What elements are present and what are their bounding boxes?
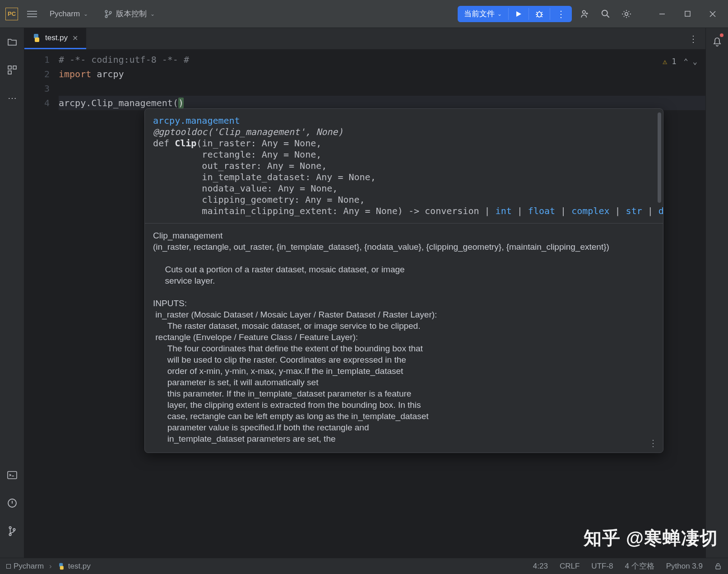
vcs-selector[interactable]: 版本控制 ⌄: [101, 7, 158, 21]
warning-count: 1: [672, 54, 676, 69]
chevron-down-icon: ⌄: [497, 11, 502, 17]
breadcrumb-file[interactable]: test.py: [57, 562, 91, 571]
line-separator[interactable]: CRLF: [560, 562, 580, 571]
svg-point-6: [625, 12, 628, 15]
breadcrumb-separator: ›: [49, 562, 52, 571]
breadcrumb-root[interactable]: Pycharm: [6, 562, 44, 571]
code-keyword: import: [59, 69, 91, 79]
editor-tab[interactable]: test.py ✕: [24, 28, 86, 49]
project-name-label: Pycharm: [50, 9, 80, 19]
popup-more-icon[interactable]: ⋮: [649, 438, 658, 449]
close-window-button[interactable]: [703, 6, 723, 22]
svg-rect-9: [13, 66, 16, 69]
tab-more-icon[interactable]: ⋮: [686, 31, 701, 47]
svg-point-4: [583, 10, 586, 14]
statusbar: Pycharm › test.py 4:23 CRLF UTF-8 4 个空格 …: [0, 558, 728, 574]
chevron-down-icon: ⌄: [83, 11, 88, 17]
svg-point-1: [105, 15, 107, 18]
line-number: 2: [24, 67, 50, 81]
tab-filename: test.py: [45, 33, 68, 42]
close-tab-icon[interactable]: ✕: [72, 34, 78, 42]
svg-rect-16: [716, 566, 720, 569]
terminal-tool-icon[interactable]: [5, 467, 20, 483]
settings-icon[interactable]: [619, 6, 634, 22]
svg-point-13: [9, 527, 11, 528]
maximize-button[interactable]: [677, 6, 697, 22]
vcs-label: 版本控制: [116, 9, 147, 19]
svg-rect-11: [8, 471, 17, 479]
chevron-down-icon: ⌄: [150, 11, 155, 17]
editor-tab-bar: test.py ✕ ⋮: [24, 28, 705, 50]
chevron-down-icon[interactable]: ⌄: [693, 54, 697, 69]
svg-rect-7: [685, 11, 690, 16]
git-tool-icon[interactable]: [5, 523, 20, 539]
module-icon: [6, 564, 11, 569]
code-ident: arcpy: [91, 69, 124, 79]
crumb-label: test.py: [68, 562, 91, 571]
run-config-selector[interactable]: 当前文件 ⌄: [458, 6, 508, 22]
run-config-label: 当前文件: [464, 9, 495, 19]
python-file-icon: [58, 563, 65, 569]
notification-dot-icon: [720, 33, 723, 37]
right-tool-rail: [705, 28, 728, 558]
branch-icon: [104, 10, 112, 18]
svg-point-2: [109, 11, 111, 14]
indent-setting[interactable]: 4 个空格: [625, 561, 654, 571]
hint-documentation: Clip_management (in_raster, rectangle, o…: [145, 223, 663, 453]
hint-signature: arcpy.management @gptooldoc('Clip_manage…: [145, 109, 663, 223]
svg-point-0: [105, 10, 107, 13]
chevron-up-icon[interactable]: ⌃: [684, 54, 688, 69]
svg-rect-8: [8, 66, 11, 69]
file-encoding[interactable]: UTF-8: [591, 562, 613, 571]
svg-point-14: [9, 534, 11, 536]
code-comment: # -*- coding:utf-8 -*- #: [59, 54, 189, 65]
popup-scrollbar[interactable]: [658, 112, 661, 203]
problems-tool-icon[interactable]: [5, 495, 20, 511]
crumb-label: Pycharm: [14, 562, 44, 571]
main-menu-icon[interactable]: [27, 11, 37, 17]
svg-point-3: [538, 12, 542, 17]
run-button[interactable]: [509, 6, 529, 22]
titlebar: PC Pycharm ⌄ 版本控制 ⌄ 当前文件 ⌄ ⋮: [0, 0, 728, 28]
debug-button[interactable]: [529, 6, 550, 22]
more-run-button[interactable]: ⋮: [550, 6, 572, 22]
line-number: 4: [24, 96, 50, 110]
interpreter[interactable]: Python 3.9: [666, 562, 703, 571]
inspection-widget[interactable]: ⚠ 1 ⌃ ⌄: [663, 54, 697, 69]
python-file-icon: [32, 34, 41, 42]
gutter: 1 2 3 4: [24, 50, 56, 558]
code-editor[interactable]: 1 2 3 4 # -*- coding:utf-8 -*- # import …: [24, 50, 705, 558]
project-selector[interactable]: Pycharm ⌄: [46, 8, 92, 20]
line-number: 3: [24, 81, 50, 96]
warning-icon: ⚠: [663, 54, 667, 69]
search-icon[interactable]: [598, 6, 613, 22]
run-config-group: 当前文件 ⌄ ⋮: [458, 6, 572, 22]
structure-tool-icon[interactable]: [5, 62, 20, 78]
minimize-button[interactable]: [652, 6, 672, 22]
cursor-position[interactable]: 4:23: [533, 562, 548, 571]
svg-rect-10: [8, 71, 11, 74]
matched-paren: ): [178, 98, 184, 108]
left-tool-rail: ⋯: [0, 28, 24, 558]
app-logo: PC: [5, 8, 18, 20]
svg-point-5: [602, 10, 607, 15]
readonly-lock-icon[interactable]: [714, 563, 722, 570]
parameter-hint-popup: arcpy.management @gptooldoc('Clip_manage…: [144, 108, 663, 453]
code-with-me-icon[interactable]: [577, 6, 593, 22]
project-tool-icon[interactable]: [5, 34, 20, 50]
editor-area: test.py ✕ ⋮ 1 2 3 4 # -*- coding:utf-8 -…: [24, 28, 705, 558]
svg-point-15: [13, 529, 15, 531]
line-number: 1: [24, 52, 50, 67]
more-tool-icon[interactable]: ⋯: [5, 90, 20, 106]
code-call: arcpy.Clip_management: [59, 98, 173, 108]
